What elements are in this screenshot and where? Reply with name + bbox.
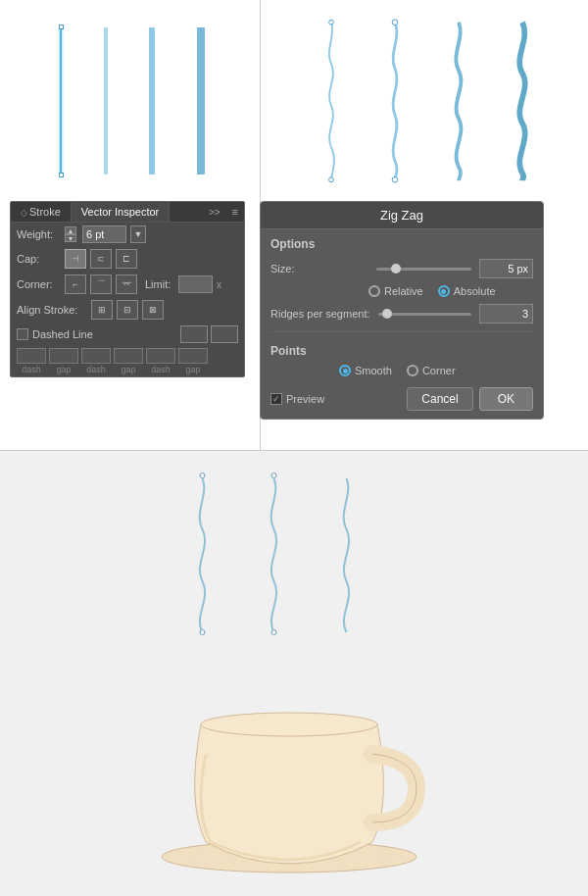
- svg-point-3: [392, 176, 398, 182]
- size-slider[interactable]: [376, 268, 471, 271]
- weight-stepper[interactable]: ▲ ▼: [65, 226, 76, 242]
- dash-3[interactable]: [146, 348, 175, 364]
- corner-label: Corner:: [17, 278, 61, 290]
- dash-style-1[interactable]: [180, 325, 208, 343]
- align-outside[interactable]: ⊠: [142, 300, 164, 320]
- svg-point-4: [200, 473, 205, 478]
- options-label: Options: [261, 229, 543, 255]
- ridges-slider[interactable]: [378, 313, 472, 316]
- size-slider-thumb[interactable]: [391, 264, 401, 274]
- align-label: Align Stroke:: [17, 304, 87, 316]
- align-inside[interactable]: ⊟: [117, 300, 138, 320]
- wavy-line-2: [370, 18, 419, 184]
- points-radio-group: Smooth Corner: [261, 362, 543, 379]
- bottom-section: [0, 451, 588, 896]
- steam-3: [324, 471, 368, 637]
- wavy-line-4: [498, 18, 547, 184]
- align-center[interactable]: ⊞: [91, 300, 113, 320]
- preview-checkbox[interactable]: ✓: [270, 393, 282, 405]
- smooth-radio[interactable]: [339, 365, 351, 376]
- limit-label: Limit:: [145, 278, 174, 290]
- ridges-row: Ridges per segment:: [261, 300, 543, 327]
- dashed-label: Dashed Line: [32, 328, 93, 340]
- ridges-input[interactable]: [479, 304, 533, 324]
- dash-1[interactable]: [17, 348, 46, 364]
- ridges-slider-thumb[interactable]: [382, 309, 392, 319]
- stroke-tab[interactable]: ◇Stroke: [11, 202, 72, 222]
- dashed-checkbox[interactable]: [17, 328, 28, 340]
- cap-row: Cap: ⊣ ⊂ ⊏: [11, 246, 244, 272]
- cap-butt[interactable]: ⊣: [65, 249, 86, 269]
- dash-fields: dash gap dash gap dash gap: [11, 346, 244, 376]
- gap-2[interactable]: [114, 348, 143, 364]
- cap-square[interactable]: ⊏: [116, 249, 137, 269]
- svg-point-6: [271, 473, 276, 478]
- size-label: Size:: [270, 263, 368, 274]
- panel-arrow[interactable]: >>: [203, 203, 226, 222]
- dialog-buttons: Cancel OK: [407, 387, 533, 411]
- absolute-radio[interactable]: [438, 285, 450, 297]
- dialog-divider: [270, 331, 533, 332]
- size-input[interactable]: [479, 259, 533, 278]
- relative-option[interactable]: Relative: [368, 285, 423, 297]
- svg-point-2: [392, 19, 398, 25]
- weight-input[interactable]: [82, 225, 126, 243]
- dash-2[interactable]: [81, 348, 111, 364]
- stroke-line-3: [149, 27, 155, 174]
- dash-1-label: dash: [17, 365, 46, 374]
- smooth-option[interactable]: Smooth: [339, 365, 392, 376]
- dash-3-col: dash: [146, 348, 175, 374]
- gap-3-label: gap: [178, 365, 208, 374]
- svg-point-1: [328, 176, 333, 181]
- weight-up[interactable]: ▲: [65, 226, 76, 234]
- corner-bevel[interactable]: ⌤: [116, 274, 137, 294]
- gap-1-col: gap: [49, 348, 78, 374]
- stroke-panel: ◇Stroke Vector Inspector >> ≡ Weight: ▲ …: [10, 201, 245, 377]
- cap-round[interactable]: ⊂: [90, 249, 112, 269]
- size-row: Size:: [261, 255, 543, 282]
- dash-3-label: dash: [146, 365, 175, 374]
- corner-option[interactable]: Corner: [407, 365, 456, 376]
- corner-round[interactable]: ⌒: [90, 274, 112, 294]
- limit-x[interactable]: x: [217, 279, 221, 290]
- wavy-line-1: [307, 18, 356, 184]
- stroke-line-2: [104, 27, 108, 174]
- coffee-cup: [127, 626, 461, 881]
- anchor-top-1: [59, 25, 64, 29]
- limit-input[interactable]: [178, 275, 213, 293]
- dash-style-2[interactable]: [211, 325, 238, 343]
- vector-inspector-tab[interactable]: Vector Inspector: [72, 202, 171, 222]
- steam-1: [180, 471, 224, 637]
- zigzag-dialog: Zig Zag Options Size: Relative Absolute …: [260, 201, 544, 420]
- cancel-button[interactable]: Cancel: [407, 387, 472, 411]
- absolute-option[interactable]: Absolute: [438, 285, 496, 297]
- top-section: ◇Stroke Vector Inspector >> ≡ Weight: ▲ …: [0, 0, 588, 451]
- gap-3-col: gap: [178, 348, 208, 374]
- weight-row: Weight: ▲ ▼ ▼: [11, 223, 244, 246]
- ok-button[interactable]: OK: [479, 387, 533, 411]
- stroke-line-1: [60, 27, 62, 174]
- wavy-lines-area: [279, 10, 573, 191]
- cap-label: Cap:: [17, 253, 61, 265]
- corner-radio[interactable]: [407, 365, 418, 376]
- stroke-line-4: [197, 27, 205, 174]
- gap-3[interactable]: [178, 348, 208, 364]
- dialog-title: Zig Zag: [261, 202, 543, 229]
- gap-1-label: gap: [49, 365, 78, 374]
- weight-dropdown[interactable]: ▼: [130, 225, 146, 243]
- steam-2: [252, 471, 296, 637]
- relative-radio[interactable]: [368, 285, 380, 297]
- dialog-footer: ✓ Preview Cancel OK: [261, 379, 543, 419]
- corner-miter[interactable]: ⌐: [65, 274, 86, 294]
- weight-label: Weight:: [17, 228, 61, 240]
- svg-point-10: [201, 713, 377, 736]
- panel-menu[interactable]: ≡: [226, 202, 244, 222]
- dashed-row: Dashed Line: [11, 323, 244, 346]
- gap-1[interactable]: [49, 348, 78, 364]
- gap-2-col: gap: [114, 348, 143, 374]
- points-label: Points: [261, 336, 543, 362]
- anchor-bottom-1: [59, 173, 64, 177]
- dash-2-label: dash: [81, 365, 111, 374]
- weight-down[interactable]: ▼: [65, 234, 76, 242]
- svg-point-0: [328, 20, 333, 25]
